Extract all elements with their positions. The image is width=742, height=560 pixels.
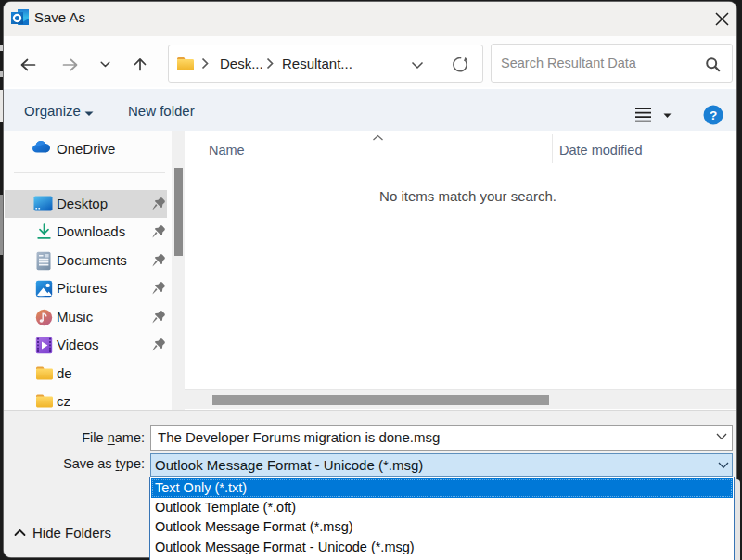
- svg-text:?: ?: [710, 108, 717, 122]
